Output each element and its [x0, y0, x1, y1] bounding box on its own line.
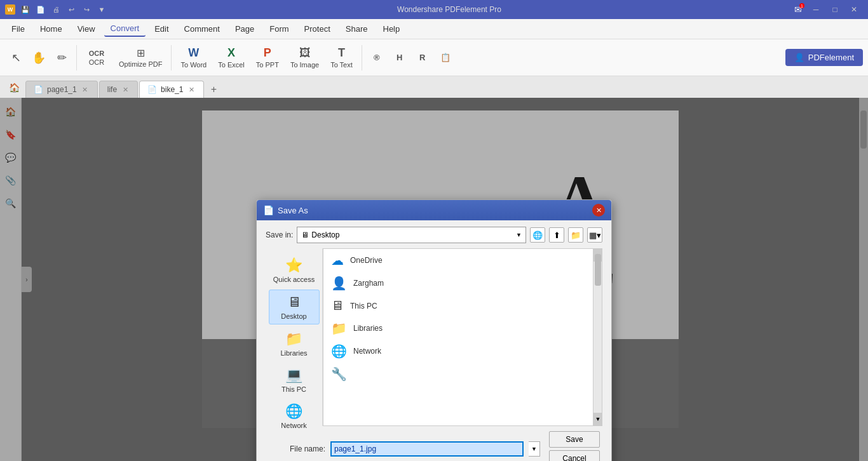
- home-icon[interactable]: 🏠: [5, 79, 23, 97]
- tool-r1-button[interactable]: ®: [366, 50, 388, 65]
- save-button[interactable]: Save: [549, 431, 600, 448]
- menu-page[interactable]: Page: [229, 22, 261, 36]
- tab-close-page1[interactable]: ✕: [81, 85, 90, 94]
- text-icon: T: [338, 46, 345, 60]
- redo-tool-icon[interactable]: ↪: [80, 3, 93, 16]
- network-nav-icon: 🌐: [285, 403, 302, 420]
- file-list: ☁ OneDrive 👤 Zargham 🖥 This PC: [323, 249, 593, 425]
- tab-bike-1[interactable]: 📄 bike_1 ✕: [139, 81, 204, 98]
- tool-r3-button[interactable]: R: [412, 50, 433, 65]
- separator-1: [76, 45, 77, 70]
- nav-network[interactable]: 🌐 Network: [269, 399, 320, 433]
- filename-input[interactable]: [330, 441, 524, 457]
- file-list-scrollbar[interactable]: ▲ ▼: [593, 249, 602, 425]
- nav-quick-access[interactable]: ⭐ Quick access: [269, 253, 320, 287]
- dialog-body: Save in: 🖥 Desktop ▼ 🌐 ⬆ 📁 ▦▾: [257, 220, 611, 461]
- to-excel-label: To Excel: [218, 61, 245, 69]
- tab-close-bike[interactable]: ✕: [187, 85, 196, 94]
- menu-help[interactable]: Help: [377, 22, 407, 36]
- dialog-new-folder-button[interactable]: 📁: [568, 227, 583, 243]
- ocr-button[interactable]: OCR OCR: [81, 47, 112, 69]
- file-item-this-pc[interactable]: 🖥 This PC: [323, 295, 593, 317]
- libraries-list-icon: 📁: [331, 321, 347, 336]
- nav-desktop[interactable]: 🖥 Desktop: [269, 290, 320, 324]
- tool-r4-button[interactable]: 📋: [435, 50, 456, 65]
- excel-icon: X: [227, 46, 235, 60]
- menu-file[interactable]: File: [5, 22, 31, 36]
- print-tool-icon[interactable]: 🖨: [50, 3, 62, 16]
- app-title: Wondershare PDFelement Pro: [108, 5, 790, 14]
- ocr-icon: OCR: [89, 50, 104, 57]
- menu-comment[interactable]: Comment: [178, 22, 226, 36]
- save-in-select[interactable]: 🖥 Desktop ▼: [297, 227, 526, 243]
- file-item-network[interactable]: 🌐 Network: [323, 340, 593, 363]
- dialog-content: ⭐ Quick access 🖥 Desktop 📁 Libraries: [266, 248, 602, 426]
- notification-icon[interactable]: ✉ 1: [790, 2, 806, 17]
- image-icon: 🖼: [299, 46, 311, 60]
- new-tool-icon[interactable]: 📄: [34, 3, 47, 16]
- save-in-text: Desktop: [311, 230, 339, 239]
- file-item-unknown[interactable]: 🔧: [323, 363, 593, 385]
- to-image-button[interactable]: 🖼 To Image: [285, 44, 324, 71]
- hand-tool-button[interactable]: ✋: [28, 48, 50, 67]
- undo-tool-icon[interactable]: ↩: [65, 3, 78, 16]
- r3-icon: R: [419, 53, 425, 62]
- pen-tool-button[interactable]: ✏: [51, 48, 72, 67]
- filename-label: File name:: [268, 444, 325, 453]
- menu-edit[interactable]: Edit: [148, 22, 175, 36]
- add-tab-button[interactable]: +: [205, 81, 222, 98]
- main-area: 🏠 🔖 💬 📎 🔍 › A E 📄 Save As ✕: [0, 98, 868, 461]
- save-cancel-group: Save Cancel: [549, 431, 600, 461]
- to-text-button[interactable]: T To Text: [325, 44, 358, 71]
- file-item-libraries[interactable]: 📁 Libraries: [323, 317, 593, 340]
- dialog-up-button[interactable]: ⬆: [549, 227, 564, 243]
- nav-libraries[interactable]: 📁 Libraries: [269, 327, 320, 361]
- unknown-icon: 🔧: [331, 366, 347, 382]
- menu-form[interactable]: Form: [263, 22, 295, 36]
- dialog-close-button[interactable]: ✕: [592, 204, 605, 217]
- optimize-pdf-button[interactable]: ⊞ Optimize PDF: [114, 44, 167, 70]
- separator-3: [362, 45, 362, 70]
- menu-protect[interactable]: Protect: [298, 22, 337, 36]
- menu-bar: File Home View Convert Edit Comment Page…: [0, 19, 868, 39]
- dialog-view-button[interactable]: ▦▾: [587, 227, 602, 243]
- maximize-button[interactable]: □: [826, 1, 844, 18]
- nav-this-pc[interactable]: 💻 This PC: [269, 363, 320, 397]
- minimize-button[interactable]: ─: [807, 1, 825, 18]
- tool-r2-button[interactable]: H: [389, 50, 410, 65]
- dialog-file-list-container: ☁ OneDrive 👤 Zargham 🖥 This PC: [323, 248, 602, 426]
- optimize-icon: ⊞: [137, 47, 145, 59]
- tab-page1-1[interactable]: 📄 page1_1 ✕: [25, 81, 98, 98]
- title-bar-tools: 💾 📄 🖨 ↩ ↪ ▼: [19, 3, 108, 16]
- scrollbar-thumb-file: [595, 254, 601, 286]
- dropdown-tool-icon[interactable]: ▼: [95, 3, 108, 16]
- menu-view[interactable]: View: [71, 22, 102, 36]
- menu-convert[interactable]: Convert: [104, 21, 146, 37]
- tab-life[interactable]: life ✕: [99, 81, 138, 98]
- cancel-button[interactable]: Cancel: [549, 450, 600, 461]
- onedrive-icon: ☁: [331, 253, 344, 268]
- filename-dropdown[interactable]: ▼: [529, 441, 540, 457]
- cursor-tool-button[interactable]: ↖: [5, 48, 27, 67]
- scroll-down-btn[interactable]: ▼: [593, 413, 602, 425]
- menu-share[interactable]: Share: [339, 22, 374, 36]
- zargham-icon: 👤: [331, 276, 347, 291]
- filename-row: File name: ▼ Save Cancel: [268, 431, 600, 461]
- file-item-zargham[interactable]: 👤 Zargham: [323, 272, 593, 295]
- save-tool-icon[interactable]: 💾: [19, 3, 32, 16]
- menu-home[interactable]: Home: [34, 22, 69, 36]
- dialog-back-button[interactable]: 🌐: [530, 227, 545, 243]
- tab-close-life[interactable]: ✕: [121, 85, 130, 94]
- pdfelement-button[interactable]: 👤 PDFelement: [785, 49, 863, 66]
- file-item-onedrive[interactable]: ☁ OneDrive: [323, 249, 593, 272]
- cursor-icon: ↖: [11, 51, 21, 65]
- to-ppt-button[interactable]: P To PPT: [251, 44, 284, 71]
- close-button[interactable]: ✕: [845, 1, 863, 18]
- nav-this-pc-label: This PC: [281, 385, 306, 393]
- to-text-label: To Text: [330, 61, 353, 69]
- to-word-button[interactable]: W To Word: [175, 44, 212, 71]
- app-icon: W: [5, 4, 15, 15]
- to-excel-button[interactable]: X To Excel: [213, 44, 250, 71]
- separator-2: [171, 45, 172, 70]
- to-word-label: To Word: [180, 61, 207, 69]
